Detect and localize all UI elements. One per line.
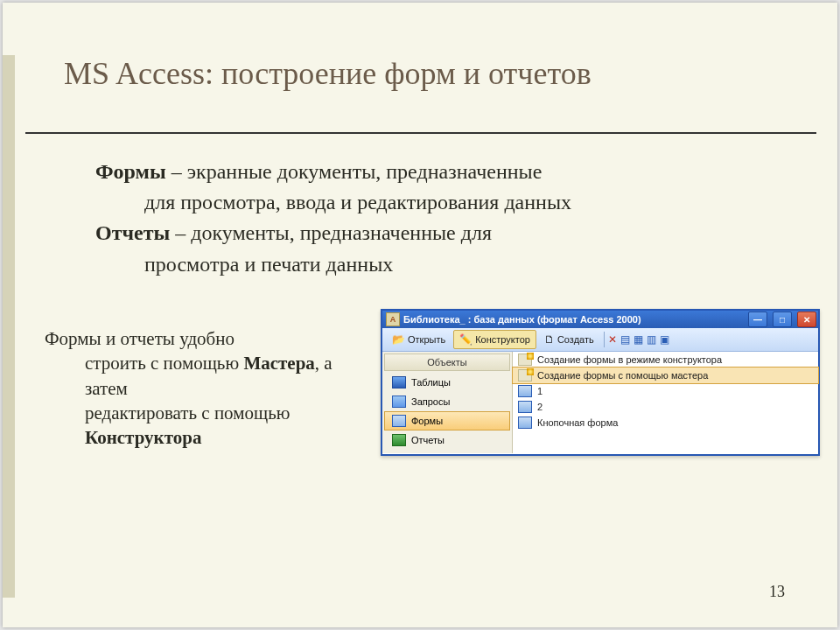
slide-title: MS Access: построение форм и отчетов [64, 55, 592, 92]
form-icon [392, 415, 406, 427]
term-designer: Конструктора [45, 425, 360, 450]
list-item[interactable]: Создание формы в режиме конструктора [513, 352, 818, 368]
form-item-icon [518, 401, 532, 413]
open-button[interactable]: 📂 Открыть [386, 330, 452, 349]
text: – документы, предназначенные для [170, 221, 492, 244]
objects-header[interactable]: Объекты [384, 354, 510, 371]
details-view-icon[interactable]: ▦ [634, 333, 643, 346]
access-db-window: A Библиотека_ : база данных (формат Acce… [381, 309, 820, 456]
definition-forms: Формы – экранные документы, предназначен… [95, 158, 787, 186]
text: – экранные документы, предназначенные [166, 160, 542, 183]
wizard-icon [518, 354, 532, 366]
window-titlebar[interactable]: A Библиотека_ : база данных (формат Acce… [382, 311, 818, 328]
term-wizard: Мастера [243, 353, 314, 374]
minimize-button[interactable]: — [748, 312, 767, 327]
maximize-button[interactable]: □ [773, 312, 792, 327]
list-view-icon[interactable]: ▤ [620, 333, 630, 346]
large-icons-view-icon[interactable]: ▣ [660, 333, 669, 346]
hint-line2: строить с помощью Мастера, а затем [45, 351, 360, 401]
toolbar-icon-group: ✕ ▤ ▦ ▥ ▣ [608, 333, 669, 346]
icons-view-icon[interactable]: ▥ [647, 333, 656, 346]
close-button[interactable]: ✕ [797, 312, 816, 327]
delete-icon[interactable]: ✕ [608, 333, 617, 346]
definition-forms-cont: для просмотра, ввода и редактирования да… [95, 189, 787, 216]
hint-line3: редактировать с помощью [45, 401, 360, 425]
nav-item-tables[interactable]: Таблицы [384, 373, 510, 392]
designer-button[interactable]: ✏️ Конструктор [453, 330, 536, 349]
left-accent-bar [3, 55, 15, 598]
window-toolbar: 📂 Открыть ✏️ Конструктор 🗋 Создать ✕ ▤ ▦… [382, 328, 818, 352]
window-body: Объекты Таблицы Запросы Формы Отчеты [382, 352, 818, 453]
wizard-icon [518, 369, 532, 382]
window-title: Библиотека_ : база данных (формат Access… [403, 314, 641, 325]
page-number: 13 [769, 583, 785, 601]
list-item[interactable]: 2 [513, 399, 818, 415]
term-reports: Отчеты [95, 221, 170, 244]
hint-block: Формы и отчеты удобно строить с помощью … [45, 326, 360, 451]
list-item[interactable]: 1 [513, 383, 818, 399]
slide: MS Access: построение форм и отчетов Фор… [3, 3, 837, 627]
form-item-icon [518, 385, 532, 397]
designer-icon: ✏️ [459, 333, 472, 346]
nav-item-reports[interactable]: Отчеты [384, 430, 510, 450]
nav-item-queries[interactable]: Запросы [384, 392, 510, 411]
nav-item-forms[interactable]: Формы [384, 411, 510, 430]
definition-reports-cont: просмотра и печати данных [95, 251, 787, 278]
definitions-block: Формы – экранные документы, предназначен… [95, 158, 787, 282]
hint-line1: Формы и отчеты удобно [45, 326, 360, 351]
create-button[interactable]: 🗋 Создать [538, 330, 600, 349]
form-item-icon [518, 416, 532, 429]
query-icon [392, 396, 406, 408]
list-item[interactable]: Кнопочная форма [513, 415, 818, 430]
toolbar-separator [604, 332, 605, 347]
objects-panel: Объекты Таблицы Запросы Формы Отчеты [382, 352, 513, 453]
objects-list: Создание формы в режиме конструктора Соз… [513, 352, 818, 453]
term-forms: Формы [95, 160, 166, 183]
list-item[interactable]: Создание формы с помощью мастера [513, 368, 818, 383]
create-icon: 🗋 [544, 333, 555, 346]
title-divider [25, 132, 816, 134]
report-icon [392, 434, 406, 446]
table-icon [392, 376, 406, 388]
app-icon: A [386, 312, 400, 326]
definition-reports: Отчеты – документы, предназначенные для [95, 220, 787, 247]
open-icon: 📂 [392, 333, 405, 346]
